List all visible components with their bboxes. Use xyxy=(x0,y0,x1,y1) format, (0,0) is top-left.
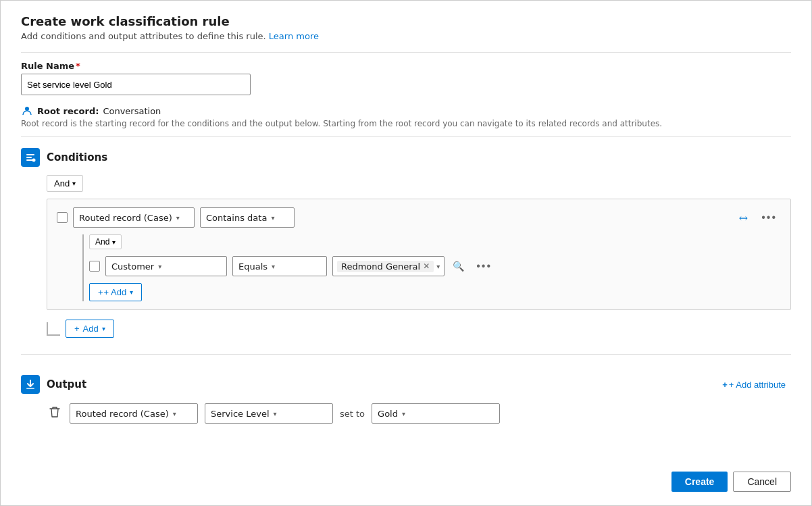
set-to-label: set to xyxy=(340,409,365,419)
condition-1-checkbox[interactable] xyxy=(57,212,68,223)
output-value-chevron-icon: ▾ xyxy=(402,410,405,418)
cancel-button[interactable]: Cancel xyxy=(733,472,791,492)
rule-name-label: Rule Name* xyxy=(21,61,791,71)
add-inner-plus-icon: + xyxy=(98,287,103,297)
add-outer-button[interactable]: + Add ▾ xyxy=(66,320,114,338)
more-options-button-2[interactable]: ••• xyxy=(472,257,496,275)
more-options-button-1[interactable]: ••• xyxy=(757,209,781,226)
output-attribute-chevron-icon: ▾ xyxy=(274,410,277,418)
collapse-icon: ⤢ xyxy=(736,210,751,226)
value-tag: Redmond General ✕ xyxy=(337,261,434,272)
create-button[interactable]: Create xyxy=(671,472,728,492)
inner-and-chevron-icon: ▾ xyxy=(112,238,116,246)
root-record-description: Root record is the starting record for t… xyxy=(21,119,791,128)
customer-chevron-icon: ▾ xyxy=(158,263,161,270)
svg-point-4 xyxy=(32,159,36,162)
output-value-dropdown[interactable]: Gold ▾ xyxy=(372,403,500,424)
root-record-value: Conversation xyxy=(103,106,161,116)
value-tag-chevron-icon[interactable]: ▾ xyxy=(436,263,440,270)
output-section-title: Output xyxy=(47,378,86,390)
conditions-section-title: Conditions xyxy=(47,151,107,163)
root-record-label: Root record: xyxy=(37,106,99,116)
equals-operator-dropdown[interactable]: Equals ▾ xyxy=(232,256,327,276)
rule-name-input[interactable] xyxy=(21,74,251,95)
and-operator-inner[interactable]: And ▾ xyxy=(89,234,122,249)
condition-2-checkbox[interactable] xyxy=(89,261,100,272)
and-operator-top[interactable]: And ▾ xyxy=(47,175,83,192)
svg-rect-1 xyxy=(26,154,34,155)
conditions-section-icon xyxy=(21,148,40,167)
equals-chevron-icon: ▾ xyxy=(272,263,275,270)
svg-rect-2 xyxy=(26,157,32,158)
output-record-chevron-icon: ▾ xyxy=(173,410,176,418)
search-icon: 🔍 xyxy=(453,261,464,272)
learn-more-link[interactable]: Learn more xyxy=(269,31,319,41)
value-tag-container[interactable]: Redmond General ✕ ▾ xyxy=(332,256,445,276)
page-subtitle: Add conditions and output attributes to … xyxy=(21,31,791,41)
routed-chevron-icon: ▾ xyxy=(176,214,180,222)
remove-tag-icon[interactable]: ✕ xyxy=(423,261,430,271)
add-outer-chevron-icon: ▾ xyxy=(102,325,105,332)
root-record-icon xyxy=(21,105,33,117)
and-chevron-icon: ▾ xyxy=(72,180,76,187)
add-attribute-button[interactable]: + + Add attribute xyxy=(717,377,791,393)
routed-record-dropdown[interactable]: Routed record (Case) ▾ xyxy=(73,207,195,228)
search-button[interactable]: 🔍 xyxy=(450,259,467,273)
output-section-icon xyxy=(21,375,40,394)
contains-chevron-icon: ▾ xyxy=(271,214,274,222)
collapse-button[interactable]: ⤢ xyxy=(735,209,752,227)
trash-button[interactable] xyxy=(47,403,63,424)
output-record-dropdown[interactable]: Routed record (Case) ▾ xyxy=(70,403,198,424)
add-inner-chevron-icon: ▾ xyxy=(130,288,133,296)
add-inner-button[interactable]: + + Add ▾ xyxy=(89,283,142,301)
contains-data-dropdown[interactable]: Contains data ▾ xyxy=(200,207,295,228)
output-attribute-dropdown[interactable]: Service Level ▾ xyxy=(205,403,333,424)
add-attribute-plus-icon: + xyxy=(722,380,728,390)
svg-rect-5 xyxy=(26,388,34,389)
page-title: Create work classification rule xyxy=(21,14,791,28)
add-outer-plus-icon: + xyxy=(74,324,80,334)
customer-field-dropdown[interactable]: Customer ▾ xyxy=(105,256,227,276)
svg-point-0 xyxy=(25,107,29,111)
trash-icon xyxy=(49,409,60,420)
